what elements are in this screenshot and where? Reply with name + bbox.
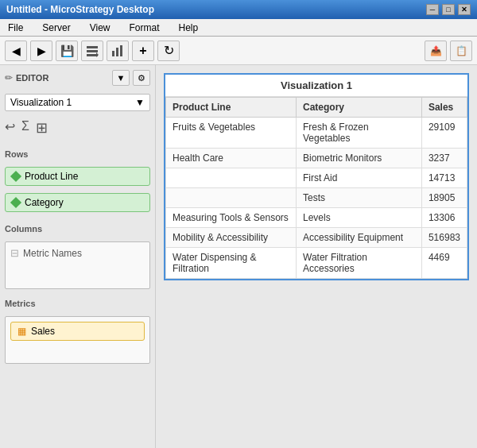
undo-button[interactable]: ↩ [5,119,15,137]
svg-marker-3 [96,52,99,57]
cell-sales: 18905 [421,188,467,208]
metrics-section-label: Metrics [5,299,150,308]
rows-section-label: Rows [5,149,150,159]
cell-product-line: Measuring Tools & Sensors [166,208,297,228]
cell-category: Tests [297,188,422,208]
metrics-box: ▦ Sales [5,316,150,364]
chart-icon [111,44,124,57]
cell-sales: 516983 [421,228,467,248]
cell-sales: 3237 [421,149,467,168]
col-header-sales: Sales [421,98,467,118]
viz-selector[interactable]: Visualization 1 ▼ [5,94,150,111]
right-panel: Visualization 1 Product Line Category Sa… [156,65,477,448]
table-row: Water Dispensing & FiltrationWater Filtr… [166,248,467,279]
filter-button[interactable]: ▼ [112,70,130,86]
back-button[interactable]: ◀ [5,41,27,61]
minimize-button[interactable]: ─ [426,4,439,15]
cell-category: First Aid [297,168,422,188]
cell-category: Levels [297,208,422,228]
viz-selector-arrow: ▼ [135,97,145,108]
cell-product-line [166,188,297,208]
save-button[interactable]: 💾 [56,41,78,61]
category-label: Category [25,197,64,208]
share-button[interactable]: 📤 [425,41,447,61]
cell-sales: 4469 [421,248,467,279]
product-line-label: Product Line [25,171,78,182]
svg-rect-4 [112,51,114,56]
menu-bar: File Server View Format Help [0,19,477,37]
settings-button[interactable]: ⚙ [133,70,150,86]
chart-button[interactable] [107,41,129,61]
cell-sales: 29109 [421,118,467,149]
table-row: Health CareBiometric Monitors3237 [166,149,467,168]
category-icon [10,197,21,208]
col-header-category: Category [297,98,422,118]
cell-product-line [166,168,297,188]
svg-rect-6 [120,45,122,56]
svg-rect-5 [116,48,118,56]
product-line-pill[interactable]: Product Line [5,167,150,186]
cell-sales: 13306 [421,208,467,228]
add-button[interactable]: + [132,41,154,61]
table-row: Fruits & VegetablesFresh & Frozen Vegeta… [166,118,467,149]
cell-category: Accessibility Equipment [297,228,422,248]
cell-product-line: Fruits & Vegetables [166,118,297,149]
clipboard-button[interactable]: 📋 [450,41,472,61]
viz-actions: ↩ Σ ⊞ [5,119,150,137]
category-pill[interactable]: Category [5,193,150,212]
cell-product-line: Health Care [166,149,297,168]
cell-product-line: Mobility & Accessibility [166,228,297,248]
metric-names-pill: ⊟ Metric Names [10,247,145,259]
app-title: Untitled - MicroStrategy Desktop [6,4,154,15]
viz-type-button[interactable]: ⊞ [36,119,48,137]
sales-icon: ▦ [17,326,26,337]
cell-category: Water Filtration Accessories [297,248,422,279]
menu-format[interactable]: Format [124,21,164,35]
menu-server[interactable]: Server [37,21,75,35]
table-row: Mobility & AccessibilityAccessibility Eq… [166,228,467,248]
menu-view[interactable]: View [85,21,115,35]
viz-container: Visualization 1 Product Line Category Sa… [164,73,469,280]
menu-file[interactable]: File [3,21,28,35]
sales-label: Sales [31,326,55,337]
sigma-button[interactable]: Σ [21,119,29,137]
data-table: Product Line Category Sales Fruits & Veg… [165,97,467,279]
svg-rect-2 [87,54,98,56]
left-panel: ✏ EDITOR ▼ ⚙ Visualization 1 ▼ ↩ Σ ⊞ Row… [0,65,156,448]
col-header-product-line: Product Line [166,98,297,118]
viz-title: Visualization 1 [165,75,467,97]
toolbar: ◀ ▶ 💾 + ↻ 📤 📋 [0,37,477,65]
panel-header-left: ✏ EDITOR [5,72,48,83]
close-button[interactable]: ✕ [458,4,471,15]
window-controls: ─ □ ✕ [426,4,471,15]
panel-header: ✏ EDITOR ▼ ⚙ [5,70,150,86]
product-line-icon [10,171,21,182]
main-area: ✏ EDITOR ▼ ⚙ Visualization 1 ▼ ↩ Σ ⊞ Row… [0,65,477,448]
columns-section-label: Columns [5,224,150,234]
columns-box: ⊟ Metric Names [5,241,150,289]
table-row: Measuring Tools & SensorsLevels13306 [166,208,467,228]
cell-sales: 14713 [421,168,467,188]
metric-names-label: Metric Names [23,248,82,259]
data-button[interactable] [81,41,103,61]
sales-pill[interactable]: ▦ Sales [10,322,145,341]
editor-label: EDITOR [16,73,48,83]
refresh-button[interactable]: ↻ [157,41,180,61]
title-bar: Untitled - MicroStrategy Desktop ─ □ ✕ [0,0,477,19]
svg-rect-1 [87,50,98,52]
data-icon [86,44,99,57]
cell-category: Fresh & Frozen Vegetables [297,118,422,149]
forward-button[interactable]: ▶ [30,41,52,61]
table-row: Tests18905 [166,188,467,208]
menu-help[interactable]: Help [174,21,204,35]
viz-selector-label: Visualization 1 [10,97,72,108]
table-row: First Aid14713 [166,168,467,188]
cell-product-line: Water Dispensing & Filtration [166,248,297,279]
maximize-button[interactable]: □ [442,4,455,15]
svg-rect-0 [87,46,98,48]
cell-category: Biometric Monitors [297,149,422,168]
metric-names-icon: ⊟ [10,247,19,259]
